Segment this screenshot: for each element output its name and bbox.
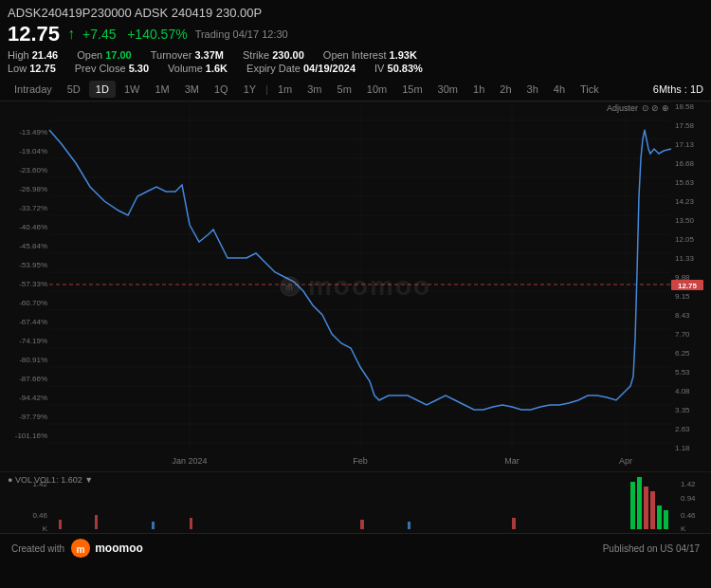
svg-text:17.58: 17.58: [675, 121, 695, 130]
tab-30min[interactable]: 30m: [431, 81, 465, 98]
tab-1d[interactable]: 1D: [89, 81, 116, 98]
svg-text:6.25: 6.25: [675, 349, 690, 358]
svg-text:-74.19%: -74.19%: [19, 337, 47, 345]
svg-text:Feb: Feb: [353, 456, 368, 466]
tab-3m-period[interactable]: 3M: [178, 81, 206, 98]
svg-text:1.42: 1.42: [681, 480, 696, 488]
svg-text:14.23: 14.23: [675, 197, 695, 206]
svg-rect-68: [59, 520, 62, 529]
svg-rect-78: [650, 491, 655, 529]
svg-text:-87.66%: -87.66%: [19, 375, 47, 383]
published-info: Published on US 04/17: [603, 543, 700, 554]
current-price: 12.75: [8, 22, 60, 46]
tab-1m[interactable]: 1M: [148, 81, 175, 98]
tab-10min[interactable]: 10m: [360, 81, 393, 98]
tab-4h[interactable]: 4h: [547, 81, 572, 98]
volume-chart: ● VOL VOL1: 1.602 ▼ 1.42 0.94 0.46 K 1.4…: [0, 471, 711, 533]
svg-text:-57.33%: -57.33%: [19, 280, 47, 288]
tab-3h[interactable]: 3h: [520, 81, 545, 98]
tabs-bar: Intraday 5D 1D 1W 1M 3M 1Q 1Y | 1m 3m 5m…: [0, 78, 711, 101]
svg-text:8.43: 8.43: [675, 311, 690, 320]
svg-text:Jan 2024: Jan 2024: [172, 456, 207, 466]
price-row: 12.75 ↑ +7.45 +140.57% Trading 04/17 12:…: [8, 22, 703, 46]
svg-text:K: K: [681, 524, 686, 533]
svg-rect-70: [152, 522, 155, 529]
volume-stat: Volume 1.6K: [168, 63, 228, 74]
trading-info: Trading 04/17 12:30: [195, 28, 288, 40]
moomoo-logo-icon: m: [70, 538, 91, 559]
svg-text:3.35: 3.35: [675, 406, 690, 414]
footer-left: Created with m moomoo: [11, 538, 143, 559]
svg-text:18.58: 18.58: [675, 102, 695, 111]
svg-text:-26.98%: -26.98%: [19, 185, 47, 193]
low-stat: Low 12.75: [8, 63, 56, 74]
svg-text:K: K: [43, 524, 48, 533]
svg-text:0.94: 0.94: [681, 494, 696, 503]
svg-text:2.63: 2.63: [675, 425, 690, 433]
strike-stat: Strike 230.00: [243, 49, 304, 61]
svg-text:16.68: 16.68: [675, 159, 695, 168]
prev-close-stat: Prev Close 5.30: [75, 63, 149, 74]
svg-text:-67.44%: -67.44%: [19, 318, 47, 326]
moomoo-logo: m moomoo: [70, 538, 143, 559]
svg-text:-19.04%: -19.04%: [19, 147, 47, 156]
svg-text:-23.60%: -23.60%: [19, 166, 47, 175]
stats-row-2: Low 12.75 Prev Close 5.30 Volume 1.6K Ex…: [8, 63, 703, 74]
svg-rect-72: [360, 520, 364, 529]
brand-name: moomoo: [95, 542, 143, 555]
tab-3min[interactable]: 3m: [301, 81, 328, 98]
svg-text:-80.91%: -80.91%: [19, 356, 47, 364]
main-chart: Adjuster ⊙ ⊘ ⊕ m moomoo: [0, 101, 711, 471]
svg-text:1.18: 1.18: [675, 444, 690, 452]
change-value: +7.45: [82, 27, 116, 42]
svg-rect-77: [644, 487, 648, 529]
tab-1h[interactable]: 1h: [466, 81, 491, 98]
svg-text:-45.84%: -45.84%: [19, 242, 47, 250]
svg-text:-33.72%: -33.72%: [19, 204, 47, 212]
footer: Created with m moomoo Published on US 04…: [0, 533, 711, 562]
tab-1y[interactable]: 1Y: [237, 81, 263, 98]
svg-text:13.50: 13.50: [675, 216, 695, 225]
expiry-stat: Expiry Date 04/19/2024: [246, 63, 356, 74]
tab-intraday[interactable]: Intraday: [8, 81, 59, 98]
open-stat: Open 17.00: [77, 49, 132, 61]
svg-text:15.63: 15.63: [675, 178, 695, 187]
tab-5d[interactable]: 5D: [61, 81, 87, 98]
stats-row-1: High 21.46 Open 17.00 Turnover 3.37M Str…: [8, 49, 703, 61]
svg-text:7.70: 7.70: [675, 330, 690, 339]
svg-text:-94.42%: -94.42%: [19, 394, 47, 402]
svg-text:9.15: 9.15: [675, 292, 690, 301]
svg-text:-101.16%: -101.16%: [15, 432, 47, 440]
vol-label: ● VOL VOL1: 1.602 ▼: [8, 475, 93, 485]
svg-text:m: m: [77, 544, 85, 555]
tab-1min[interactable]: 1m: [271, 81, 299, 98]
period-selector[interactable]: 6Mths : 1D: [653, 83, 703, 95]
svg-text:-53.95%: -53.95%: [19, 261, 47, 269]
svg-text:-40.46%: -40.46%: [19, 223, 47, 231]
change-pct: +140.57%: [127, 27, 187, 42]
svg-text:Mar: Mar: [504, 456, 520, 466]
tab-2h[interactable]: 2h: [493, 81, 518, 98]
tab-5min[interactable]: 5m: [331, 81, 358, 98]
header: ADSK240419P230000 ADSK 240419 230.00P 12…: [0, 0, 711, 78]
price-change: +7.45 +140.57%: [82, 27, 188, 42]
oi-stat: Open Interest 1.93K: [323, 49, 417, 61]
tab-tick[interactable]: Tick: [574, 81, 606, 98]
turnover-stat: Turnover 3.37M: [151, 49, 224, 61]
footer-right: Published on US 04/17: [603, 543, 700, 554]
svg-rect-80: [664, 510, 668, 529]
adjuster-badge: Adjuster ⊙ ⊘ ⊕: [607, 103, 669, 113]
svg-text:12.05: 12.05: [675, 235, 695, 244]
svg-text:m: m: [285, 283, 294, 292]
watermark: m moomoo: [280, 271, 431, 302]
svg-text:-13.49%: -13.49%: [19, 128, 47, 137]
svg-rect-75: [630, 482, 635, 529]
tab-1q[interactable]: 1Q: [208, 81, 235, 98]
tab-15min[interactable]: 15m: [395, 81, 428, 98]
svg-text:0.46: 0.46: [681, 511, 696, 520]
svg-rect-74: [512, 518, 516, 529]
created-with-text: Created with: [11, 543, 64, 554]
svg-rect-71: [190, 518, 192, 529]
svg-text:12.75: 12.75: [678, 282, 698, 290]
tab-1w[interactable]: 1W: [118, 81, 147, 98]
